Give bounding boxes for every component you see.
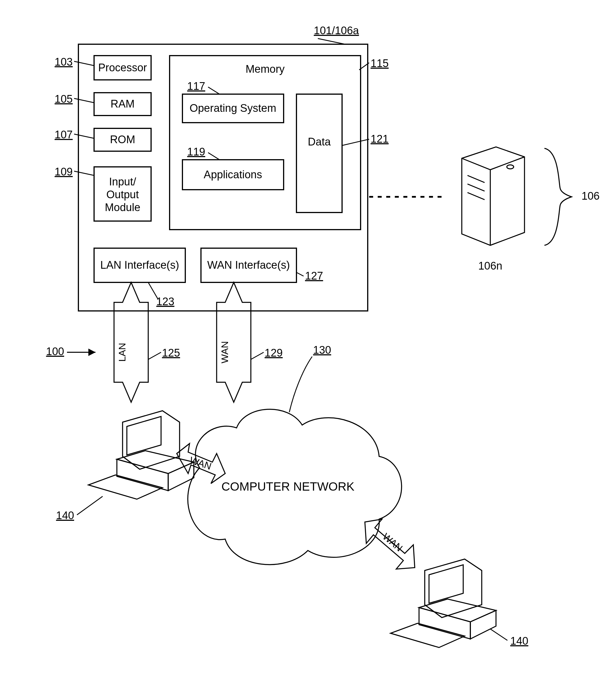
- lanif-label: LAN Interface(s): [100, 259, 179, 271]
- lead-129: [251, 352, 264, 360]
- cloud-icon: COMPUTER NETWORK: [188, 409, 402, 565]
- ref-117: 117: [187, 80, 205, 92]
- processor-label: Processor: [98, 61, 147, 74]
- memory-label: Memory: [245, 63, 284, 75]
- ref-100: 100: [46, 345, 64, 358]
- ram-label: RAM: [111, 98, 134, 110]
- ref-119: 119: [187, 146, 205, 158]
- io-label-2: Output: [106, 188, 139, 201]
- lead-130: [289, 357, 312, 412]
- lead-125: [148, 352, 161, 360]
- svg-point-0: [507, 165, 514, 169]
- ref-127: 127: [305, 270, 323, 282]
- ref-106n: 106n: [478, 260, 503, 272]
- workstation-right-icon: [391, 559, 496, 647]
- rom-label: ROM: [110, 133, 135, 145]
- ref-115: 115: [371, 57, 389, 69]
- ref-109: 109: [55, 166, 73, 178]
- io-label-1: Input/: [109, 176, 136, 188]
- ref-125: 125: [162, 347, 180, 359]
- arrow-100-head: [88, 349, 95, 356]
- wan-arrow-left: WAN: [177, 443, 225, 483]
- wanif-label: WAN Interface(s): [207, 259, 290, 271]
- io-label-3: Module: [105, 201, 141, 213]
- lead-140b: [490, 629, 507, 640]
- server-icon: [462, 147, 524, 245]
- data-box: [296, 94, 342, 213]
- ref-140b: 140: [510, 635, 528, 647]
- wan-arrow-right: WAN: [365, 519, 415, 569]
- ref-106: 106: [581, 190, 599, 202]
- ref-107: 107: [55, 129, 73, 141]
- os-label: Operating System: [190, 102, 276, 114]
- cloud-label: COMPUTER NETWORK: [222, 480, 355, 493]
- ref-103: 103: [55, 56, 73, 68]
- ref-123: 123: [156, 295, 174, 308]
- wan-text-vert: WAN: [219, 341, 230, 363]
- lan-text: LAN: [117, 343, 127, 362]
- ref-121: 121: [371, 133, 389, 145]
- lead-101: [318, 38, 345, 44]
- brace-106: [544, 148, 572, 245]
- lead-140a: [77, 496, 102, 515]
- ref-129: 129: [264, 347, 282, 359]
- ref-130: 130: [313, 344, 331, 356]
- ref-105: 105: [55, 93, 73, 105]
- apps-label: Applications: [204, 169, 262, 181]
- figure-diagram: 101/106a Processor 103 RAM 105 ROM 107 I…: [0, 0, 616, 694]
- ref-140a: 140: [56, 509, 74, 522]
- data-label: Data: [308, 136, 331, 148]
- ref-101-106a: 101/106a: [314, 24, 359, 37]
